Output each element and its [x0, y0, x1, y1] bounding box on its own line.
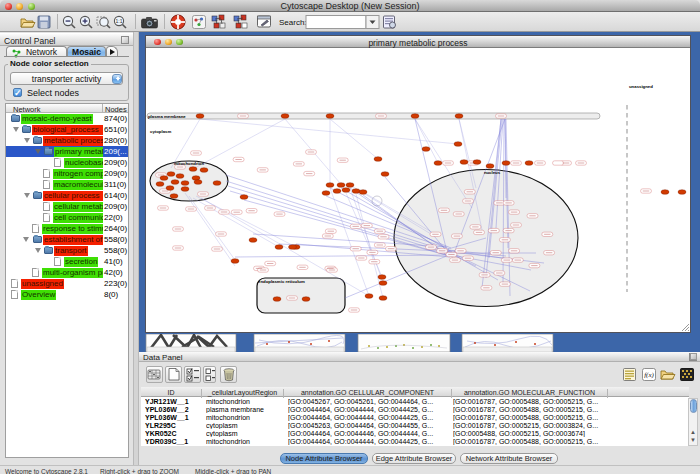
svg-text:f(x): f(x) — [644, 371, 654, 379]
svg-text:unassigned: unassigned — [629, 84, 653, 89]
svg-text:mitochondrion: mitochondrion — [174, 161, 204, 166]
svg-text:endoplasmic reticulum: endoplasmic reticulum — [258, 279, 305, 284]
svg-text:cytoplasm: cytoplasm — [150, 129, 171, 134]
svg-text:nucleus: nucleus — [484, 170, 501, 175]
svg-text:Search:: Search: — [279, 18, 307, 27]
svg-text:plasma membrane: plasma membrane — [148, 114, 186, 119]
svg-text:1:1: 1:1 — [116, 18, 123, 24]
